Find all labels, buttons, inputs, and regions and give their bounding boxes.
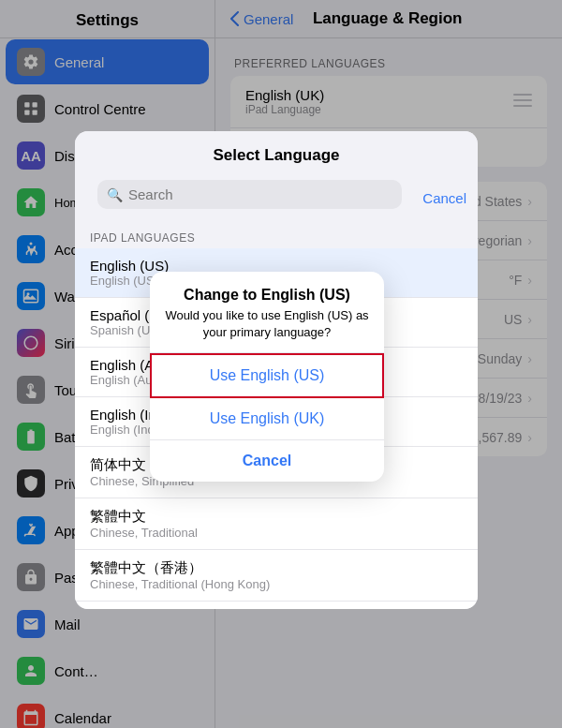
lang-item-subtitle-traditional-chinese-hk: Chinese, Traditional (Hong Kong): [90, 577, 463, 591]
lang-item-subtitle-traditional-chinese: Chinese, Traditional: [90, 526, 463, 540]
modal-overlay: Select Language 🔍 Cancel IPAD LANGUAGES …: [0, 0, 562, 728]
confirm-message: Would you like to use English (US) as yo…: [150, 307, 384, 352]
search-icon: 🔍: [107, 187, 123, 202]
modal-title: Select Language: [75, 131, 478, 180]
use-english-us-button[interactable]: Use English (US): [150, 353, 384, 398]
lang-item-japanese[interactable]: 日本語: [75, 602, 478, 609]
app-container: Settings General Control Centre AA Displ…: [0, 0, 562, 728]
search-bar: 🔍: [97, 180, 402, 209]
cancel-search-button[interactable]: Cancel: [422, 190, 466, 206]
lang-item-traditional-chinese[interactable]: 繁體中文 Chinese, Traditional: [75, 498, 478, 550]
lang-item-title-traditional-chinese-hk: 繁體中文（香港）: [90, 559, 463, 577]
confirm-title: Change to English (US): [150, 272, 384, 307]
lang-item-title-traditional-chinese: 繁體中文: [90, 508, 463, 526]
confirm-cancel-button[interactable]: Cancel: [150, 440, 384, 482]
search-bar-container: 🔍 Cancel: [75, 180, 478, 224]
search-input[interactable]: [128, 186, 392, 202]
lang-section-label: IPAD LANGUAGES: [75, 224, 478, 248]
lang-item-traditional-chinese-hk[interactable]: 繁體中文（香港） Chinese, Traditional (Hong Kong…: [75, 550, 478, 602]
confirm-dialog: Change to English (US) Would you like to…: [150, 272, 384, 482]
use-english-uk-button[interactable]: Use English (UK): [150, 398, 384, 440]
